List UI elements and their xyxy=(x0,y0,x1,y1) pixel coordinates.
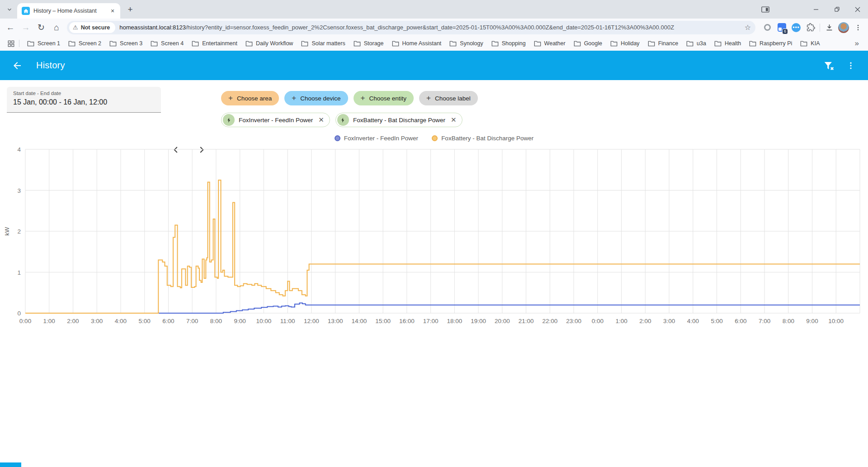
x-axis-tick: 5:00 xyxy=(711,318,722,324)
x-axis-tick: 5:00 xyxy=(139,318,151,324)
bookmark-folder[interactable]: Storage xyxy=(349,39,388,48)
remove-entity-icon[interactable]: ✕ xyxy=(318,116,324,124)
bookmark-folder[interactable]: Home Assistant xyxy=(388,39,446,48)
bookmark-folder[interactable]: Google xyxy=(570,39,606,48)
extension-badge-icon[interactable]: 6 xyxy=(774,20,789,35)
legend-item[interactable]: FoxBattery - Bat Discharge Power xyxy=(432,135,533,142)
browser-window: History – Home Assistant × + ← → ↻ ⌂ ⚠ xyxy=(0,0,868,51)
folder-icon xyxy=(301,40,308,47)
folder-icon xyxy=(151,40,158,47)
folder-icon xyxy=(686,40,693,47)
url-text[interactable]: homeassistant.local:8123/history?entity_… xyxy=(119,24,741,31)
x-axis-tick: 19:00 xyxy=(471,318,486,324)
home-assistant-favicon-icon xyxy=(22,7,30,15)
bookmark-label: Screen 2 xyxy=(79,40,101,47)
tab-search-button[interactable] xyxy=(3,3,16,16)
bookmark-folder[interactable]: Holiday xyxy=(606,39,644,48)
history-header: History xyxy=(0,51,868,80)
back-icon[interactable]: ← xyxy=(3,20,18,35)
folder-icon xyxy=(648,40,655,47)
extensions-puzzle-icon[interactable] xyxy=(803,20,818,35)
bookmark-folder[interactable]: Daily Workflow xyxy=(241,39,297,48)
folder-icon xyxy=(534,40,541,47)
address-bar[interactable]: ⚠ Not secure homeassistant.local:8123/hi… xyxy=(67,21,755,34)
x-axis-tick: 7:00 xyxy=(186,318,198,324)
x-axis-tick: 15:00 xyxy=(375,318,391,324)
bookmark-folder[interactable]: Screen 1 xyxy=(23,39,64,48)
tab-close-icon[interactable]: × xyxy=(108,7,117,15)
x-axis-tick: 6:00 xyxy=(735,318,746,324)
bookmark-folder[interactable]: u3a xyxy=(682,39,710,48)
entity-avatar xyxy=(223,114,235,126)
bookmark-folder[interactable]: Shopping xyxy=(487,39,530,48)
bookmark-folder[interactable]: Screen 4 xyxy=(146,39,188,48)
x-axis-tick: 4:00 xyxy=(115,318,127,324)
bookmark-star-icon[interactable]: ☆ xyxy=(745,23,751,32)
bookmark-folder[interactable]: Synology xyxy=(445,39,487,48)
home-assistant-page: History Start date - End date 15 Jan, 00… xyxy=(0,51,868,467)
bookmark-folder[interactable]: Finance xyxy=(644,39,682,48)
x-axis-tick: 11:00 xyxy=(280,318,295,324)
bookmark-folder[interactable]: Raspberry Pi xyxy=(745,39,796,48)
bookmarks-overflow-icon[interactable]: » xyxy=(850,39,863,48)
remove-filters-button[interactable] xyxy=(818,55,840,76)
reload-icon[interactable]: ↻ xyxy=(33,20,49,35)
legend-item[interactable]: FoxInverter - FeedIn Power xyxy=(335,135,418,142)
bookmark-folder[interactable]: Weather xyxy=(530,39,570,48)
bookmark-folder[interactable]: KIA xyxy=(796,39,824,48)
bookmark-folder[interactable]: Health xyxy=(710,39,745,48)
close-window-button[interactable] xyxy=(847,1,868,18)
apps-grid-icon[interactable] xyxy=(5,38,17,49)
filter-chip[interactable]: +Choose device xyxy=(284,91,348,105)
new-tab-button[interactable]: + xyxy=(124,3,137,16)
minimize-button[interactable] xyxy=(806,1,826,18)
filter-chip[interactable]: +Choose area xyxy=(221,91,279,105)
x-axis-tick: 6:00 xyxy=(162,318,174,324)
bookmarks-separator xyxy=(19,40,19,47)
legend-label: FoxBattery - Bat Discharge Power xyxy=(441,135,533,142)
x-axis-tick: 21:00 xyxy=(519,318,534,324)
x-axis-tick: 12:00 xyxy=(304,318,319,324)
folder-icon xyxy=(192,40,199,47)
bookmark-folder[interactable]: Entertainment xyxy=(188,39,241,48)
entity-chip-label: FoxBattery - Bat Discharge Power xyxy=(353,117,445,124)
security-chip[interactable]: ⚠ Not secure xyxy=(69,22,115,33)
x-axis-tick: 16:00 xyxy=(399,318,415,324)
downloads-icon[interactable] xyxy=(822,20,836,35)
browser-menu-icon[interactable] xyxy=(851,20,865,35)
ha-back-button[interactable] xyxy=(6,55,28,76)
home-icon[interactable]: ⌂ xyxy=(49,20,64,35)
bookmark-label: Health xyxy=(725,40,741,47)
remove-entity-icon[interactable]: ✕ xyxy=(451,116,457,124)
active-tab[interactable]: History – Home Assistant × xyxy=(17,3,120,19)
y-axis-tick: 4 xyxy=(17,146,21,153)
bookmark-folder[interactable]: Screen 2 xyxy=(64,39,105,48)
profile-avatar[interactable] xyxy=(836,20,851,35)
folder-icon xyxy=(68,40,75,47)
x-axis-tick: 10:00 xyxy=(256,318,272,324)
date-range-field[interactable]: Start date - End date 15 Jan, 00:00 - 16… xyxy=(7,87,161,113)
folder-icon xyxy=(449,40,457,47)
restore-button[interactable] xyxy=(826,1,847,18)
y-axis-tick: 2 xyxy=(17,228,21,235)
folder-icon xyxy=(800,40,807,47)
x-axis-tick: 20:00 xyxy=(495,318,510,324)
bookmark-label: Weather xyxy=(544,40,566,47)
overflow-menu-button[interactable] xyxy=(840,55,862,76)
entity-chip[interactable]: FoxBattery - Bat Discharge Power✕ xyxy=(335,113,462,127)
bookmark-folder[interactable]: Solar matters xyxy=(297,39,349,48)
date-range-label: Start date - End date xyxy=(13,91,155,96)
bottom-left-strip xyxy=(0,462,21,467)
window-layout-icon[interactable] xyxy=(755,2,776,17)
filter-chip[interactable]: +Choose label xyxy=(419,91,478,105)
folder-icon xyxy=(392,40,399,47)
filter-chip[interactable]: +Choose entity xyxy=(354,91,414,105)
extension-circle-icon[interactable] xyxy=(760,20,774,35)
bookmark-folder[interactable]: Screen 3 xyxy=(105,39,146,48)
bookmark-label: Screen 3 xyxy=(120,40,142,47)
toolbar-separator xyxy=(820,24,820,32)
entity-chip[interactable]: FoxInverter - FeedIn Power✕ xyxy=(221,113,330,127)
forward-icon[interactable]: → xyxy=(18,20,33,35)
legend-label: FoxInverter - FeedIn Power xyxy=(344,135,418,142)
chat-extension-icon[interactable]: ••• xyxy=(789,20,803,35)
